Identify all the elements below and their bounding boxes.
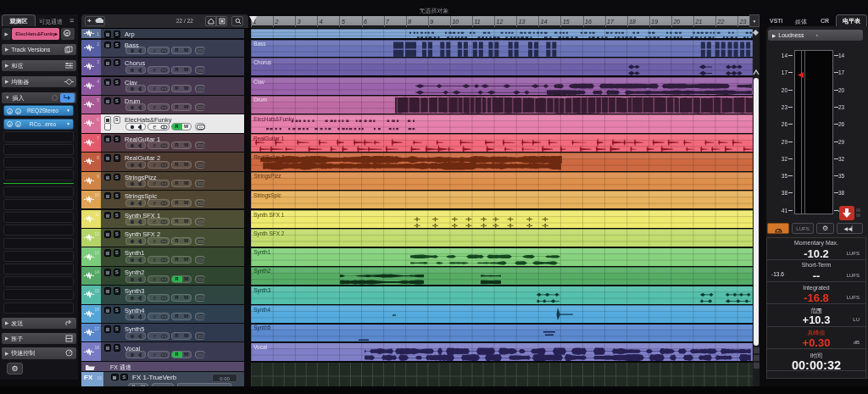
svg-text:Synth4: Synth4 (253, 306, 271, 313)
svg-text:e: e (153, 314, 157, 320)
svg-text:e: e (153, 333, 157, 339)
svg-text:e: e (153, 162, 157, 168)
svg-text:Synth1: Synth1 (253, 249, 271, 256)
svg-text:Drum: Drum (253, 97, 267, 103)
svg-text:e: e (153, 124, 157, 130)
svg-text:Vocal: Vocal (253, 344, 267, 350)
svg-text:Synth SFX 2: Synth SFX 2 (253, 230, 285, 237)
svg-text:RealGuitar 1: RealGuitar 1 (253, 135, 285, 141)
svg-text:e: e (153, 67, 157, 73)
svg-text:RealGuitar 2: RealGuitar 2 (253, 154, 285, 160)
svg-text:Synth2: Synth2 (253, 268, 271, 275)
svg-text:Chorus: Chorus (253, 58, 272, 64)
svg-text:e: e (153, 180, 157, 186)
svg-text:StringsSpic: StringsSpic (253, 191, 282, 198)
svg-text:Bass: Bass (253, 41, 266, 47)
svg-text:Synth3: Synth3 (253, 287, 271, 294)
svg-text:e: e (153, 47, 157, 53)
svg-text:Synth5: Synth5 (253, 325, 271, 332)
svg-text:e: e (153, 142, 157, 148)
svg-text:e: e (153, 219, 157, 225)
svg-text:e: e (153, 295, 157, 301)
svg-text:e: e (153, 276, 157, 282)
svg-text:ElecHats&Funky: ElecHats&Funky (253, 116, 295, 123)
svg-text:Clav: Clav (253, 78, 265, 84)
svg-text:e: e (153, 200, 157, 206)
svg-text:e: e (153, 352, 157, 358)
svg-text:e: e (153, 238, 157, 244)
svg-text:Synth SFX 1: Synth SFX 1 (253, 211, 285, 218)
svg-text:StringsPizz: StringsPizz (253, 173, 281, 180)
svg-text:e: e (153, 257, 157, 263)
svg-text:e: e (153, 86, 157, 92)
svg-text:e: e (153, 104, 157, 110)
